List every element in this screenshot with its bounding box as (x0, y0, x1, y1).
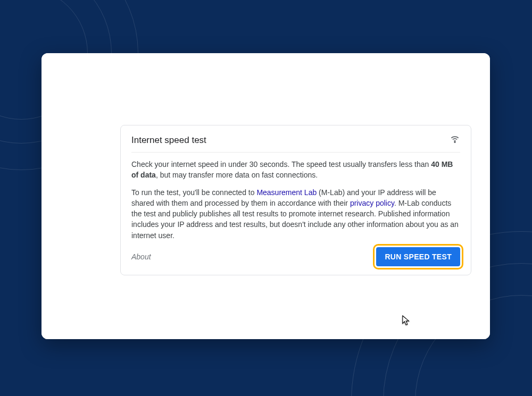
browser-window: Settings ✕ + ← → ⟳ Chrome chrome://setti… (41, 53, 490, 339)
gear-icon (93, 63, 100, 72)
url-divider (140, 82, 140, 92)
star-icon[interactable]: ☆ (430, 81, 439, 93)
profile-icon[interactable] (463, 80, 474, 94)
privacy-link[interactable]: privacy policy (350, 199, 394, 207)
back-icon[interactable]: ← (48, 81, 57, 92)
mlab-link[interactable]: Measurement Lab (256, 188, 317, 197)
about-link[interactable]: About (131, 252, 151, 261)
menu-icon[interactable] (481, 82, 484, 92)
new-tab-button[interactable]: + (155, 58, 161, 70)
address-bar[interactable]: Chrome chrome://settings/clearBrowserDat… (94, 82, 424, 92)
minimize-dot[interactable] (60, 62, 66, 68)
card-p2: To run the test, you'll be connected to … (131, 187, 460, 241)
svg-point-2 (467, 83, 470, 86)
window-controls (49, 62, 77, 68)
forward-icon[interactable]: → (64, 81, 73, 92)
toolbar: ← → ⟳ Chrome chrome://settings/clearBrow… (41, 77, 490, 98)
speed-test-card: Internet speed test Check your internet … (120, 125, 471, 275)
run-speed-test-button[interactable]: RUN SPEED TEST (376, 247, 460, 266)
close-dot[interactable] (49, 62, 55, 68)
search-query: internet speed test (128, 112, 393, 122)
maximize-dot[interactable] (70, 62, 77, 68)
url-path: chrome://settings/clearBrowserData (146, 83, 264, 91)
search-icon[interactable] (441, 110, 453, 124)
mouse-cursor (402, 315, 411, 328)
svg-line-4 (448, 117, 451, 120)
url-prefix: Chrome (108, 83, 135, 91)
svg-point-13 (454, 142, 455, 143)
mic-icon[interactable] (422, 110, 434, 124)
card-p1: Check your internet speed in under 30 se… (131, 159, 460, 181)
wifi-icon (450, 134, 460, 147)
browser-tab-settings[interactable]: Settings ✕ (86, 58, 149, 77)
extensions-icon[interactable] (446, 81, 456, 93)
svg-point-3 (443, 112, 450, 119)
globe-icon (94, 82, 103, 92)
tab-strip: Settings ✕ + (41, 53, 490, 77)
reload-icon[interactable]: ⟳ (80, 81, 88, 93)
clear-icon[interactable]: ✕ (393, 111, 415, 123)
google-logo[interactable]: Google (55, 109, 103, 127)
close-tab-icon[interactable]: ✕ (136, 63, 142, 72)
card-title: Internet speed test (131, 135, 206, 146)
tab-label: Settings (104, 64, 129, 72)
